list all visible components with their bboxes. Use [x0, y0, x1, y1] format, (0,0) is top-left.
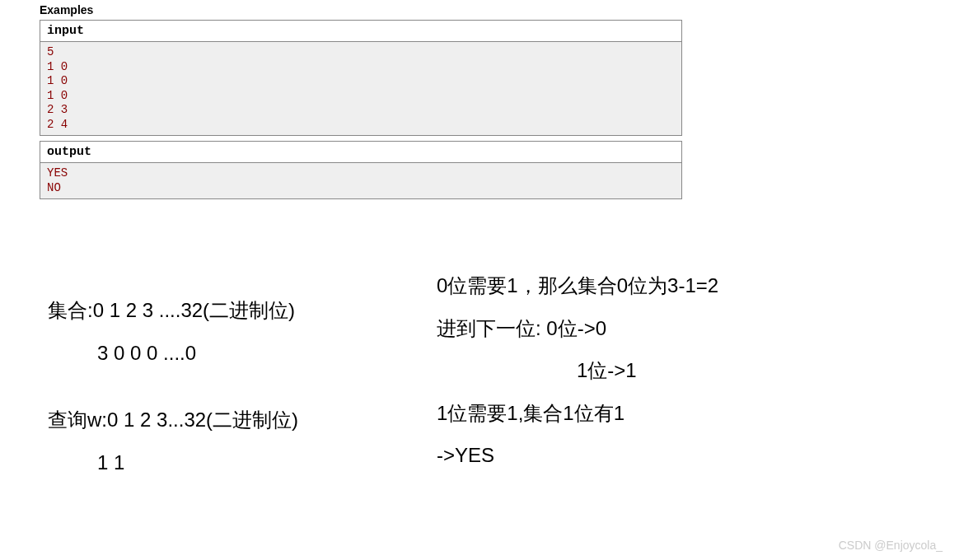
input-header: input	[40, 20, 682, 42]
note-right-2: 进到下一位: 0位->0	[437, 315, 890, 343]
notes-left-column: 集合:0 1 2 3 ....32(二进制位) 3 0 0 0 ....0 查询…	[48, 296, 419, 491]
output-body: YES NO	[40, 163, 682, 199]
note-right-3: 1位->1	[437, 357, 890, 385]
examples-title: Examples	[40, 3, 682, 16]
note-left-2: 3 0 0 0 ....0	[48, 339, 419, 367]
note-left-3: 查询w:0 1 2 3...32(二进制位)	[48, 406, 419, 434]
note-right-4: 1位需要1,集合1位有1	[437, 399, 890, 427]
watermark: CSDN @Enjoycola_	[839, 539, 943, 552]
examples-container: Examples input 5 1 0 1 0 1 0 2 3 2 4 out…	[40, 3, 682, 199]
note-right-5: ->YES	[437, 441, 890, 469]
input-body: 5 1 0 1 0 1 0 2 3 2 4	[40, 42, 682, 136]
note-left-1: 集合:0 1 2 3 ....32(二进制位)	[48, 296, 419, 324]
output-header: output	[40, 141, 682, 163]
note-right-1: 0位需要1，那么集合0位为3-1=2	[437, 272, 890, 300]
notes-right-column: 0位需要1，那么集合0位为3-1=2 进到下一位: 0位->0 1位->1 1位…	[437, 272, 890, 484]
note-left-4: 1 1	[48, 449, 419, 477]
